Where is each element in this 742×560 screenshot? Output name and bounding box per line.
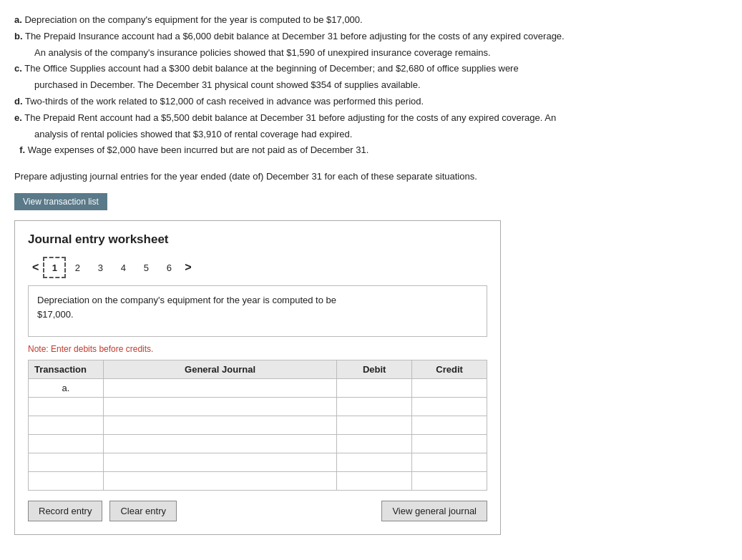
tab-row: < 1 2 3 4 5 6 >: [28, 257, 487, 278]
transaction-cell: a.: [29, 379, 104, 398]
tab-6[interactable]: 6: [157, 257, 180, 278]
general-journal-input[interactable]: [108, 476, 332, 486]
debit-input[interactable]: [341, 457, 407, 468]
table-row: [29, 435, 487, 453]
transaction-cell: [29, 453, 104, 472]
problem-text: a. Depreciation on the company's equipme…: [14, 13, 728, 158]
general-journal-input[interactable]: [108, 383, 332, 393]
table-row: [29, 416, 487, 435]
record-entry-button[interactable]: Record entry: [28, 501, 102, 521]
general-journal-cell[interactable]: [103, 379, 336, 398]
general-journal-cell[interactable]: [103, 416, 336, 435]
debit-cell[interactable]: [337, 379, 412, 398]
transaction-cell: [29, 416, 104, 435]
table-row: [29, 453, 487, 472]
col-header-general: General Journal: [103, 360, 336, 379]
tab-3[interactable]: 3: [89, 257, 112, 278]
transaction-cell: [29, 435, 104, 453]
debit-cell[interactable]: [337, 416, 412, 435]
credit-cell[interactable]: [412, 435, 487, 453]
credit-input[interactable]: [416, 438, 482, 449]
credit-input[interactable]: [416, 383, 482, 393]
journal-entry-worksheet: Journal entry worksheet < 1 2 3 4 5 6 > …: [14, 220, 501, 535]
general-journal-cell[interactable]: [103, 453, 336, 472]
debit-cell[interactable]: [337, 398, 412, 416]
table-row: [29, 472, 487, 491]
credit-cell[interactable]: [412, 379, 487, 398]
label-a: a.: [14, 14, 22, 25]
debit-input[interactable]: [341, 420, 407, 431]
debit-input[interactable]: [341, 383, 407, 393]
worksheet-title: Journal entry worksheet: [28, 232, 487, 247]
general-journal-cell[interactable]: [103, 435, 336, 453]
credit-input[interactable]: [416, 420, 482, 431]
tab-4[interactable]: 4: [112, 257, 135, 278]
credit-cell[interactable]: [412, 472, 487, 491]
label-f: f.: [19, 144, 25, 155]
view-transaction-button[interactable]: View transaction list: [14, 193, 107, 210]
general-journal-input[interactable]: [108, 420, 332, 431]
tab-5[interactable]: 5: [135, 257, 157, 278]
general-journal-input[interactable]: [108, 438, 332, 449]
prepare-text: Prepare adjusting journal entries for th…: [14, 171, 728, 182]
col-header-transaction: Transaction: [29, 360, 104, 379]
view-general-journal-button[interactable]: View general journal: [381, 501, 487, 521]
col-header-debit: Debit: [337, 360, 412, 379]
credit-cell[interactable]: [412, 453, 487, 472]
description-text: Depreciation on the company's equipment …: [37, 295, 336, 320]
label-b: b.: [14, 31, 23, 41]
tab-2[interactable]: 2: [66, 257, 89, 278]
label-c: c.: [14, 63, 22, 74]
credit-cell[interactable]: [412, 398, 487, 416]
debit-cell[interactable]: [337, 435, 412, 453]
debit-input[interactable]: [341, 438, 407, 449]
general-journal-input[interactable]: [108, 401, 332, 412]
debit-input[interactable]: [341, 401, 407, 412]
tab-prev-button[interactable]: <: [28, 260, 43, 275]
credit-cell[interactable]: [412, 416, 487, 435]
col-header-credit: Credit: [412, 360, 487, 379]
description-box: Depreciation on the company's equipment …: [28, 285, 487, 337]
table-row: a.: [29, 379, 487, 398]
transaction-cell: [29, 472, 104, 491]
button-row: Record entry Clear entry View general jo…: [28, 501, 487, 521]
general-journal-cell[interactable]: [103, 472, 336, 491]
general-journal-cell[interactable]: [103, 398, 336, 416]
general-journal-input[interactable]: [108, 457, 332, 468]
journal-table: Transaction General Journal Debit Credit…: [28, 360, 487, 491]
clear-entry-button[interactable]: Clear entry: [109, 501, 177, 521]
table-row: [29, 398, 487, 416]
transaction-cell: [29, 398, 104, 416]
debit-cell[interactable]: [337, 472, 412, 491]
debit-input[interactable]: [341, 476, 407, 486]
note-text: Note: Enter debits before credits.: [28, 344, 487, 354]
tab-1[interactable]: 1: [43, 257, 66, 278]
credit-input[interactable]: [416, 457, 482, 468]
credit-input[interactable]: [416, 476, 482, 486]
label-e: e.: [14, 112, 22, 123]
credit-input[interactable]: [416, 401, 482, 412]
tab-next-button[interactable]: >: [180, 260, 195, 275]
debit-cell[interactable]: [337, 453, 412, 472]
label-d: d.: [14, 96, 23, 107]
